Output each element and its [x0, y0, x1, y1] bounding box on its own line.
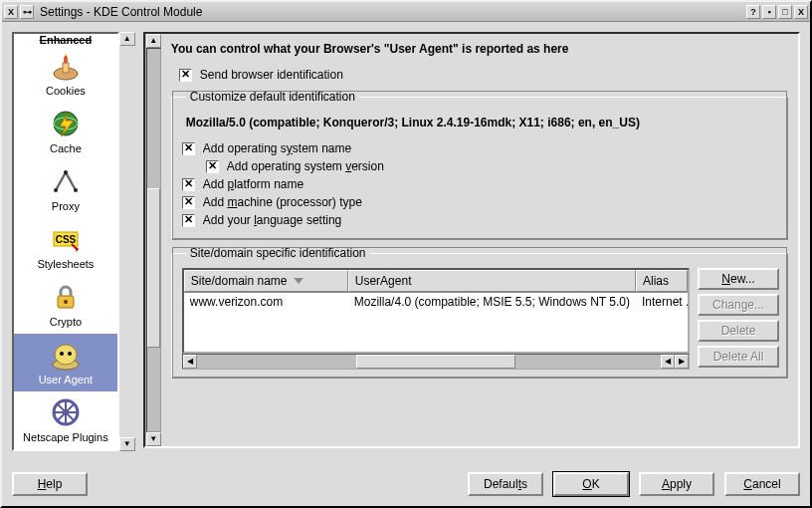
- window-pin-button[interactable]: ⊶: [20, 5, 34, 19]
- language-checkbox[interactable]: [182, 214, 195, 227]
- sidebar-item-stylesheets[interactable]: CSS Stylesheets: [14, 218, 117, 276]
- sidebar-item-label: Proxy: [16, 200, 115, 212]
- site-legend: Site/domain specific identification: [186, 246, 370, 260]
- table-cell-domain: www.verizon.com: [184, 293, 348, 311]
- sidebar-heading: Enhanced Browsing: [16, 34, 115, 45]
- sidebar-item-user-agent[interactable]: User Agent: [14, 334, 117, 391]
- send-identification-checkbox[interactable]: [179, 69, 192, 82]
- os-name-checkbox[interactable]: [182, 142, 195, 155]
- css-icon: CSS: [48, 222, 84, 256]
- main-vertical-scrollbar[interactable]: ▲ ▼: [145, 34, 161, 446]
- platform-checkbox[interactable]: [182, 178, 195, 191]
- ok-button[interactable]: OK: [553, 472, 629, 496]
- svg-point-14: [68, 352, 72, 356]
- sidebar-item-proxy[interactable]: Proxy: [14, 160, 117, 218]
- sidebar-down-button[interactable]: ▼: [119, 437, 135, 451]
- sidebar: Enhanced Browsing Cookies: [12, 32, 119, 451]
- sort-indicator-icon: [294, 278, 304, 284]
- help-button[interactable]: Help: [12, 472, 88, 496]
- apply-button[interactable]: Apply: [639, 472, 714, 496]
- sidebar-item-crypto[interactable]: Crypto: [14, 276, 117, 334]
- svg-point-4: [54, 188, 58, 192]
- hscroll-right-button[interactable]: ▶: [675, 355, 689, 369]
- svg-point-12: [55, 345, 77, 365]
- os-version-checkbox[interactable]: [206, 160, 219, 173]
- sidebar-up-button[interactable]: ▲: [119, 32, 135, 46]
- sidebar-item-label: Cookies: [16, 85, 115, 97]
- machine-label: Add machine (processor) type: [203, 195, 362, 209]
- main-panel: ▲ ▼ You can control what your Browser's …: [143, 32, 800, 448]
- site-groupbox: Site/domain specific identification Site…: [171, 246, 788, 379]
- cookie-icon: [48, 49, 84, 83]
- sidebar-item-label: Netscape Plugins: [16, 431, 115, 443]
- window-title: Settings - KDE Control Module: [40, 5, 746, 19]
- machine-checkbox[interactable]: [182, 196, 195, 209]
- page-title: You can control what your Browser's "Use…: [171, 42, 788, 56]
- user-agent-icon: [48, 338, 84, 372]
- hscroll-thumb[interactable]: [356, 355, 515, 369]
- site-columnheader-domain[interactable]: Site/domain name: [184, 270, 348, 292]
- site-columnheader-useragent[interactable]: UserAgent: [348, 270, 636, 292]
- customize-groupbox: Customize default identification Mozilla…: [171, 90, 788, 240]
- lock-icon: [48, 280, 84, 314]
- window-close-button[interactable]: X: [794, 5, 808, 19]
- window-maximize-button[interactable]: □: [778, 5, 792, 19]
- sidebar-spinner: ▲ ▼: [119, 32, 135, 451]
- globe-lightning-icon: [48, 107, 84, 140]
- ua-string-display: Mozilla/5.0 (compatible; Konqueror/3; Li…: [182, 112, 777, 139]
- sidebar-item-cookies[interactable]: Cookies: [14, 45, 117, 103]
- svg-point-20: [63, 409, 69, 415]
- sidebar-item-netscape-plugins[interactable]: Netscape Plugins: [14, 391, 117, 449]
- svg-point-2: [65, 54, 67, 56]
- site-table[interactable]: Site/domain name UserAgent Alias www.ver…: [182, 268, 690, 354]
- os-name-label: Add operating system name: [203, 141, 351, 155]
- change-button[interactable]: Change...: [698, 294, 779, 316]
- delete-button[interactable]: Delete: [698, 320, 779, 342]
- sidebar-item-label: Stylesheets: [16, 258, 115, 270]
- sidebar-item-label: User Agent: [16, 374, 115, 385]
- window-titlebar: X ⊶ Settings - KDE Control Module ? ▪ □ …: [2, 2, 810, 22]
- os-version-label: Add operating system version: [227, 159, 384, 173]
- svg-point-10: [64, 300, 68, 304]
- scroll-down-button[interactable]: ▼: [146, 432, 161, 446]
- window-help-button[interactable]: ?: [746, 5, 760, 19]
- svg-point-13: [60, 352, 64, 356]
- table-horizontal-scrollbar[interactable]: ◀ ◀ ▶: [182, 354, 690, 370]
- sidebar-item-label: Crypto: [16, 316, 115, 328]
- sidebar-item-cache[interactable]: Cache: [14, 103, 117, 160]
- window-menu-button[interactable]: X: [4, 5, 18, 19]
- table-row[interactable]: www.verizon.com Mozilla/4.0 (compatible;…: [184, 293, 688, 311]
- svg-rect-1: [63, 63, 69, 73]
- scroll-up-button[interactable]: ▲: [146, 34, 161, 48]
- svg-text:CSS: CSS: [56, 234, 77, 245]
- table-cell-useragent: Mozilla/4.0 (compatible; MSIE 5.5; Windo…: [348, 293, 636, 311]
- wheel-icon: [48, 395, 84, 429]
- new-button[interactable]: New...: [698, 268, 779, 290]
- hscroll-left2-button[interactable]: ◀: [661, 355, 675, 369]
- send-identification-label: Send browser identification: [200, 68, 343, 82]
- hscroll-left-button[interactable]: ◀: [183, 355, 197, 369]
- scroll-thumb[interactable]: [147, 188, 160, 348]
- window-minimize-button[interactable]: ▪: [762, 5, 776, 19]
- defaults-button[interactable]: Defaults: [468, 472, 543, 496]
- customize-legend: Customize default identification: [186, 90, 359, 104]
- delete-all-button[interactable]: Delete All: [698, 346, 779, 368]
- proxy-icon: [48, 164, 84, 198]
- svg-point-5: [74, 188, 78, 192]
- cancel-button[interactable]: Cancel: [724, 472, 800, 496]
- table-cell-alias: Internet ...: [636, 293, 688, 311]
- platform-label: Add platform name: [203, 177, 304, 191]
- site-columnheader-alias[interactable]: Alias: [636, 270, 688, 292]
- svg-point-6: [64, 170, 68, 174]
- language-label: Add your language setting: [203, 213, 341, 227]
- sidebar-item-label: Cache: [16, 142, 115, 154]
